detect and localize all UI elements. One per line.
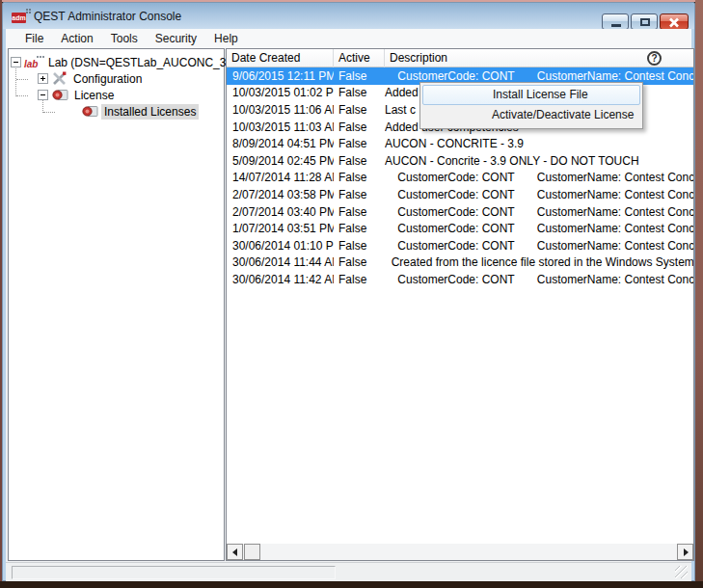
maximize-icon <box>640 18 650 26</box>
active-cell: False <box>334 239 385 253</box>
help-icon[interactable]: ? <box>647 51 662 66</box>
title-bar[interactable]: adm QEST Administrator Console <box>3 3 694 29</box>
scroll-right-icon <box>684 548 689 556</box>
date-created-cell: 10/03/2015 01:02 PM <box>227 86 334 99</box>
table-row[interactable]: 30/06/2014 01:10 PM False CustomerCode: … <box>227 237 693 254</box>
list-header: Date Created Active Description <box>227 49 693 67</box>
active-cell: False <box>334 205 385 219</box>
close-button[interactable] <box>660 13 689 30</box>
menu-item-tools[interactable]: Tools <box>102 30 147 48</box>
table-row[interactable]: 30/06/2014 11:44 AM False Created from t… <box>227 254 693 272</box>
table-row[interactable]: 5/09/2014 02:45 PM False AUCON - Concrit… <box>227 152 693 170</box>
tree-item-installed-licenses[interactable]: Installed Licenses <box>78 103 199 120</box>
horizontal-scrollbar[interactable] <box>227 544 693 560</box>
table-row[interactable]: 2/07/2014 03:40 PM False CustomerCode: C… <box>227 203 693 221</box>
description-cell: CustomerCode: CONT CustomerName: Contest… <box>385 171 693 184</box>
scroll-right-button[interactable] <box>677 544 693 560</box>
tree-item-lab[interactable]: lab Lab (DSN=QESTLab_AUCONC_39) <box>11 54 239 70</box>
description-cell: CustomerCode: CONT CustomerName: Contest… <box>385 205 693 219</box>
lab-icon: lab <box>24 56 43 69</box>
date-created-cell: 2/07/2014 03:58 PM <box>227 188 334 201</box>
tree-item-label: Configuration <box>70 71 145 87</box>
active-cell: False <box>334 69 385 83</box>
app-icon-dots <box>26 9 28 11</box>
scroll-left-button[interactable] <box>227 544 243 560</box>
app-icon: adm <box>12 9 29 24</box>
date-created-cell: 5/09/2014 02:45 PM <box>227 154 334 168</box>
table-row[interactable]: 14/07/2014 11:28 AM False CustomerCode: … <box>227 170 693 187</box>
table-row[interactable]: 30/06/2014 11:42 AM False CustomerCode: … <box>227 271 693 288</box>
screen: adm QEST Administrator Console FileActio… <box>0 0 703 588</box>
context-menu: Install License FileActivate/Deactivate … <box>419 82 643 129</box>
scroll-left-icon <box>232 548 237 556</box>
date-created-cell: 14/07/2014 11:28 AM <box>227 171 334 184</box>
active-cell: False <box>334 255 385 269</box>
tree-item-license[interactable]: License <box>38 87 117 103</box>
date-created-cell: 10/03/2015 11:06 AM <box>227 103 334 117</box>
context-menu-item[interactable]: Install License File <box>422 85 640 105</box>
tree-connector <box>15 67 16 96</box>
collapse-expander-icon[interactable] <box>11 57 21 67</box>
tools-icon <box>52 71 68 86</box>
date-created-cell: 30/06/2014 11:42 AM <box>227 273 334 286</box>
menu-item-action[interactable]: Action <box>52 30 101 48</box>
description-cell: CustomerCode: CONT CustomerName: Contest… <box>385 69 693 83</box>
date-created-cell: 10/03/2015 11:03 AM <box>227 120 334 134</box>
description-cell: CustomerCode: CONT CustomerName: Contest… <box>385 222 693 235</box>
menu-bar: FileActionToolsSecurityHelp <box>6 29 691 48</box>
desktop-edge <box>0 581 703 588</box>
table-row[interactable]: 2/07/2014 03:58 PM False CustomerCode: C… <box>227 186 693 203</box>
menu-item-file[interactable]: File <box>16 30 52 48</box>
tree-item-configuration[interactable]: Configuration <box>38 70 145 87</box>
active-cell: False <box>334 154 385 168</box>
active-cell: False <box>334 120 385 134</box>
date-created-cell: 2/07/2014 03:40 PM <box>227 205 334 219</box>
status-bar <box>6 562 691 581</box>
active-cell: False <box>334 273 385 286</box>
description-cell: CustomerCode: CONT CustomerName: Contest… <box>385 188 693 201</box>
column-header-date-created[interactable]: Date Created <box>227 49 334 67</box>
certificate-icon <box>52 88 68 102</box>
scrollbar-thumb[interactable] <box>244 544 260 560</box>
date-created-cell: 30/06/2014 01:10 PM <box>227 239 334 253</box>
active-cell: False <box>334 222 385 235</box>
description-cell: CustomerCode: CONT CustomerName: Contest… <box>385 239 693 253</box>
tree-connector <box>43 112 55 113</box>
date-created-cell: 8/09/2014 04:51 PM <box>227 137 334 150</box>
maximize-button[interactable] <box>631 13 658 30</box>
description-cell: AUCON - Concrite - 3.9 ONLY - DO NOT TOU… <box>385 154 693 168</box>
minimize-button[interactable] <box>602 13 629 30</box>
tree-connector <box>16 79 28 80</box>
table-row[interactable]: 8/09/2014 04:51 PM False AUCON - CONCRIT… <box>227 135 693 152</box>
description-cell: AUCON - CONCRITE - 3.9 <box>385 137 693 150</box>
app-icon-label: adm <box>12 13 26 23</box>
menu-item-security[interactable]: Security <box>147 30 205 48</box>
menu-item-help[interactable]: Help <box>205 30 247 48</box>
desktop-edge <box>695 0 703 588</box>
table-row[interactable]: 1/07/2014 03:51 PM False CustomerCode: C… <box>227 220 693 237</box>
tree-item-label: Lab (DSN=QESTLab_AUCONC_39) <box>45 55 239 70</box>
column-header-active[interactable]: Active <box>334 49 385 67</box>
window-title: QEST Administrator Console <box>34 10 181 23</box>
tree-panel: lab Lab (DSN=QESTLab_AUCONC_39) Configur… <box>8 48 225 561</box>
date-created-cell: 30/06/2014 11:44 AM <box>227 255 334 269</box>
minimize-icon <box>611 24 621 27</box>
description-cell: Created from the licence file stored in … <box>385 255 693 269</box>
tree-connector <box>16 95 28 96</box>
resize-grip-icon[interactable] <box>675 566 688 578</box>
date-created-cell: 1/07/2014 03:51 PM <box>227 222 334 235</box>
context-menu-item[interactable]: Activate/Deactivate License <box>422 105 640 126</box>
active-cell: False <box>334 137 385 150</box>
tree-item-label: Installed Licenses <box>101 104 199 120</box>
description-cell: CustomerCode: CONT CustomerName: Contest… <box>385 273 693 286</box>
status-panel <box>12 566 336 579</box>
active-cell: False <box>334 171 385 184</box>
close-icon <box>668 17 680 28</box>
date-created-cell: 9/06/2015 12:11 PM <box>227 69 334 83</box>
collapse-expander-icon[interactable] <box>38 90 48 100</box>
expand-expander-icon[interactable] <box>38 73 48 84</box>
active-cell: False <box>334 86 385 99</box>
active-cell: False <box>334 103 385 117</box>
tree-item-label: License <box>71 88 117 103</box>
app-window: adm QEST Administrator Console FileActio… <box>2 2 695 581</box>
